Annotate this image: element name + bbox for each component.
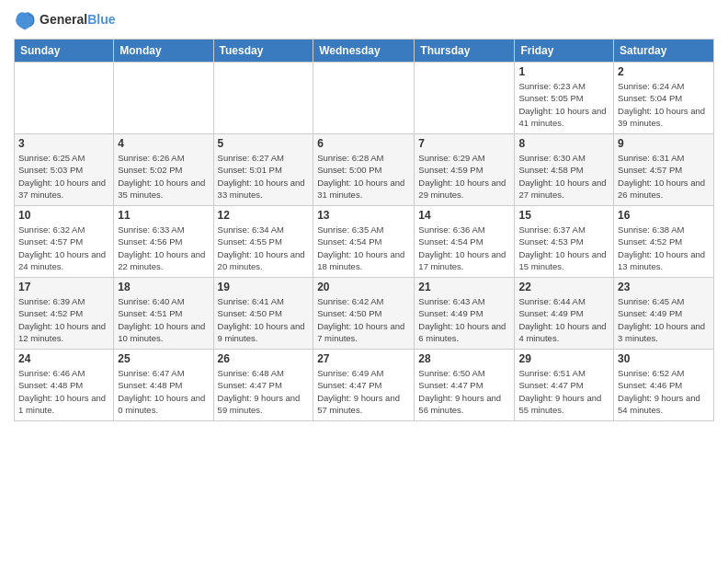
day-cell: 26Sunrise: 6:48 AM Sunset: 4:47 PM Dayli… xyxy=(213,350,313,421)
day-info: Sunrise: 6:48 AM Sunset: 4:47 PM Dayligh… xyxy=(218,367,310,416)
day-cell: 14Sunrise: 6:36 AM Sunset: 4:54 PM Dayli… xyxy=(415,206,515,278)
day-info: Sunrise: 6:30 AM Sunset: 4:58 PM Dayligh… xyxy=(518,152,609,201)
day-number: 21 xyxy=(418,281,510,293)
day-info: Sunrise: 6:45 AM Sunset: 4:49 PM Dayligh… xyxy=(618,295,710,344)
week-row-2: 3Sunrise: 6:25 AM Sunset: 5:03 PM Daylig… xyxy=(15,134,714,206)
day-info: Sunrise: 6:42 AM Sunset: 4:50 PM Dayligh… xyxy=(317,295,410,344)
column-header-tuesday: Tuesday xyxy=(213,40,313,63)
calendar-table: SundayMondayTuesdayWednesdayThursdayFrid… xyxy=(14,39,714,421)
header: GeneralBlue xyxy=(14,9,714,31)
day-number: 11 xyxy=(118,209,209,222)
day-cell xyxy=(213,63,313,134)
day-number: 27 xyxy=(317,352,410,365)
day-info: Sunrise: 6:46 AM Sunset: 4:48 PM Dayligh… xyxy=(18,367,109,416)
day-cell: 11Sunrise: 6:33 AM Sunset: 4:56 PM Dayli… xyxy=(114,206,213,278)
day-info: Sunrise: 6:49 AM Sunset: 4:47 PM Dayligh… xyxy=(317,367,410,416)
day-number: 16 xyxy=(618,209,710,222)
day-info: Sunrise: 6:28 AM Sunset: 5:00 PM Dayligh… xyxy=(317,152,410,201)
day-info: Sunrise: 6:50 AM Sunset: 4:47 PM Dayligh… xyxy=(418,367,510,416)
day-info: Sunrise: 6:51 AM Sunset: 4:47 PM Dayligh… xyxy=(518,367,609,416)
day-number: 9 xyxy=(618,137,710,150)
day-cell: 29Sunrise: 6:51 AM Sunset: 4:47 PM Dayli… xyxy=(515,350,614,421)
day-cell: 17Sunrise: 6:39 AM Sunset: 4:52 PM Dayli… xyxy=(15,278,114,350)
column-header-thursday: Thursday xyxy=(415,40,515,63)
day-number: 10 xyxy=(18,209,109,222)
day-info: Sunrise: 6:24 AM Sunset: 5:04 PM Dayligh… xyxy=(618,80,710,129)
day-info: Sunrise: 6:27 AM Sunset: 5:01 PM Dayligh… xyxy=(218,152,310,201)
day-cell: 9Sunrise: 6:31 AM Sunset: 4:57 PM Daylig… xyxy=(614,134,714,206)
day-info: Sunrise: 6:25 AM Sunset: 5:03 PM Dayligh… xyxy=(18,152,109,201)
day-cell: 25Sunrise: 6:47 AM Sunset: 4:48 PM Dayli… xyxy=(114,350,213,421)
day-number: 30 xyxy=(618,352,710,365)
day-info: Sunrise: 6:33 AM Sunset: 4:56 PM Dayligh… xyxy=(118,224,209,272)
page-container: GeneralBlue SundayMondayTuesdayWednesday… xyxy=(0,0,728,431)
calendar-body: 1Sunrise: 6:23 AM Sunset: 5:05 PM Daylig… xyxy=(15,63,714,421)
day-number: 28 xyxy=(418,352,510,365)
day-info: Sunrise: 6:34 AM Sunset: 4:55 PM Dayligh… xyxy=(218,224,310,272)
day-info: Sunrise: 6:47 AM Sunset: 4:48 PM Dayligh… xyxy=(118,367,209,416)
day-cell: 23Sunrise: 6:45 AM Sunset: 4:49 PM Dayli… xyxy=(614,278,714,350)
day-cell: 10Sunrise: 6:32 AM Sunset: 4:57 PM Dayli… xyxy=(15,206,114,278)
day-number: 23 xyxy=(618,281,710,293)
week-row-1: 1Sunrise: 6:23 AM Sunset: 5:05 PM Daylig… xyxy=(15,63,714,134)
day-cell xyxy=(15,63,114,134)
day-cell: 16Sunrise: 6:38 AM Sunset: 4:52 PM Dayli… xyxy=(614,206,714,278)
day-info: Sunrise: 6:39 AM Sunset: 4:52 PM Dayligh… xyxy=(18,295,109,344)
day-info: Sunrise: 6:31 AM Sunset: 4:57 PM Dayligh… xyxy=(618,152,710,201)
day-cell: 8Sunrise: 6:30 AM Sunset: 4:58 PM Daylig… xyxy=(515,134,614,206)
day-number: 4 xyxy=(118,137,209,150)
day-number: 19 xyxy=(218,281,310,293)
day-cell: 7Sunrise: 6:29 AM Sunset: 4:59 PM Daylig… xyxy=(415,134,515,206)
column-header-friday: Friday xyxy=(515,40,614,63)
day-number: 17 xyxy=(18,281,109,293)
logo: GeneralBlue xyxy=(14,9,115,31)
day-cell: 28Sunrise: 6:50 AM Sunset: 4:47 PM Dayli… xyxy=(415,350,515,421)
day-info: Sunrise: 6:37 AM Sunset: 4:53 PM Dayligh… xyxy=(518,224,609,272)
day-cell: 3Sunrise: 6:25 AM Sunset: 5:03 PM Daylig… xyxy=(15,134,114,206)
column-header-monday: Monday xyxy=(114,40,213,63)
day-cell xyxy=(313,63,415,134)
day-info: Sunrise: 6:44 AM Sunset: 4:49 PM Dayligh… xyxy=(518,295,609,344)
day-cell: 30Sunrise: 6:52 AM Sunset: 4:46 PM Dayli… xyxy=(614,350,714,421)
day-number: 3 xyxy=(18,137,109,150)
week-row-4: 17Sunrise: 6:39 AM Sunset: 4:52 PM Dayli… xyxy=(15,278,714,350)
day-info: Sunrise: 6:32 AM Sunset: 4:57 PM Dayligh… xyxy=(18,224,109,272)
day-number: 15 xyxy=(518,209,609,222)
day-cell: 13Sunrise: 6:35 AM Sunset: 4:54 PM Dayli… xyxy=(313,206,415,278)
day-number: 18 xyxy=(118,281,209,293)
column-header-saturday: Saturday xyxy=(614,40,714,63)
day-cell: 15Sunrise: 6:37 AM Sunset: 4:53 PM Dayli… xyxy=(515,206,614,278)
day-cell: 6Sunrise: 6:28 AM Sunset: 5:00 PM Daylig… xyxy=(313,134,415,206)
day-number: 7 xyxy=(418,137,510,150)
calendar-header-row: SundayMondayTuesdayWednesdayThursdayFrid… xyxy=(15,40,714,63)
day-cell: 27Sunrise: 6:49 AM Sunset: 4:47 PM Dayli… xyxy=(313,350,415,421)
day-cell: 20Sunrise: 6:42 AM Sunset: 4:50 PM Dayli… xyxy=(313,278,415,350)
day-number: 29 xyxy=(518,352,609,365)
day-info: Sunrise: 6:26 AM Sunset: 5:02 PM Dayligh… xyxy=(118,152,209,201)
day-info: Sunrise: 6:29 AM Sunset: 4:59 PM Dayligh… xyxy=(418,152,510,201)
day-number: 13 xyxy=(317,209,410,222)
week-row-5: 24Sunrise: 6:46 AM Sunset: 4:48 PM Dayli… xyxy=(15,350,714,421)
day-cell: 12Sunrise: 6:34 AM Sunset: 4:55 PM Dayli… xyxy=(213,206,313,278)
day-number: 5 xyxy=(218,137,310,150)
day-info: Sunrise: 6:38 AM Sunset: 4:52 PM Dayligh… xyxy=(618,224,710,272)
day-cell: 24Sunrise: 6:46 AM Sunset: 4:48 PM Dayli… xyxy=(15,350,114,421)
day-cell: 18Sunrise: 6:40 AM Sunset: 4:51 PM Dayli… xyxy=(114,278,213,350)
day-cell: 4Sunrise: 6:26 AM Sunset: 5:02 PM Daylig… xyxy=(114,134,213,206)
day-cell xyxy=(415,63,515,134)
day-info: Sunrise: 6:35 AM Sunset: 4:54 PM Dayligh… xyxy=(317,224,410,272)
day-number: 14 xyxy=(418,209,510,222)
day-cell: 2Sunrise: 6:24 AM Sunset: 5:04 PM Daylig… xyxy=(614,63,714,134)
day-number: 26 xyxy=(218,352,310,365)
day-info: Sunrise: 6:52 AM Sunset: 4:46 PM Dayligh… xyxy=(618,367,710,416)
column-header-wednesday: Wednesday xyxy=(313,40,415,63)
day-cell xyxy=(114,63,213,134)
week-row-3: 10Sunrise: 6:32 AM Sunset: 4:57 PM Dayli… xyxy=(15,206,714,278)
logo-text: GeneralBlue xyxy=(40,13,115,27)
day-number: 2 xyxy=(618,65,710,78)
day-number: 6 xyxy=(317,137,410,150)
day-info: Sunrise: 6:41 AM Sunset: 4:50 PM Dayligh… xyxy=(218,295,310,344)
day-info: Sunrise: 6:40 AM Sunset: 4:51 PM Dayligh… xyxy=(118,295,209,344)
day-info: Sunrise: 6:23 AM Sunset: 5:05 PM Dayligh… xyxy=(518,80,609,129)
day-number: 22 xyxy=(518,281,609,293)
